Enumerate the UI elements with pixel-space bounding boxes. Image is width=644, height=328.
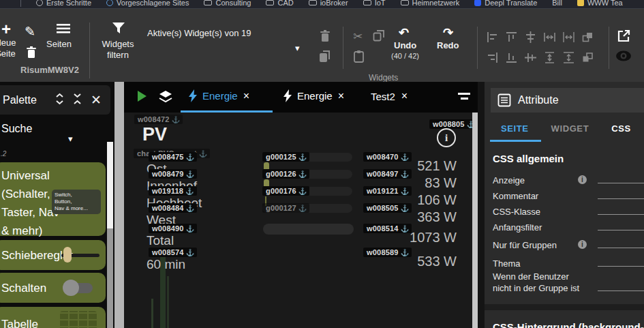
close-icon[interactable]: × [401, 90, 408, 102]
filter-widgets-button[interactable] [112, 23, 125, 33]
align-right-button[interactable] [486, 51, 505, 72]
bookmark-www-tea[interactable]: WWW Tea [577, 0, 623, 7]
bookmark-erste-schritte[interactable]: Erste Schritte [36, 0, 91, 7]
distribute-vertical-button[interactable] [543, 51, 562, 72]
field-input[interactable] [598, 183, 644, 183]
bookmark-cad[interactable]: CAD [266, 0, 293, 7]
field-input[interactable] [598, 290, 644, 291]
widget-anchor-badge[interactable]: w008475 [149, 152, 197, 162]
cut-button[interactable]: ✂ [353, 29, 363, 44]
paste-button[interactable] [353, 50, 365, 63]
tab-seite[interactable]: SEITE [501, 123, 529, 134]
bookmark-bill[interactable]: Bill [552, 0, 562, 7]
preview-eye-button[interactable] [615, 50, 632, 61]
palette-card-schieberegler[interactable]: Schieberegler [0, 240, 106, 270]
palette-scrollbar-thumb[interactable] [107, 228, 113, 328]
match-width-button[interactable] [562, 31, 581, 51]
match-height-icon [562, 51, 575, 64]
palette-card-tabelle[interactable]: Tabelle [0, 307, 106, 328]
tab-energie-active[interactable]: Energie × [189, 89, 249, 102]
pages-menu-button[interactable] [57, 24, 70, 33]
palette-card-schalten[interactable]: Schalten [0, 273, 106, 303]
widget-anchor-badge[interactable]: w019118 [149, 186, 197, 196]
delete-widget-button[interactable] [319, 29, 331, 43]
tab-test2[interactable]: Test2 × [371, 90, 408, 102]
close-icon[interactable]: × [338, 90, 344, 102]
bookmark-deepl-translate[interactable]: Deepl Translate [474, 0, 537, 7]
hamburger-icon [57, 24, 70, 33]
duplicate-button[interactable] [373, 29, 385, 42]
widget-anchor-badge[interactable]: w008574 [149, 248, 197, 257]
preview-line: Switch, [55, 192, 98, 198]
bring-to-front-icon [581, 31, 594, 44]
chevron-down-icon[interactable]: ▾ [68, 134, 73, 144]
close-icon[interactable]: × [243, 90, 249, 102]
open-in-new-button[interactable] [617, 29, 631, 43]
bookmark-consulting[interactable]: Consulting [204, 0, 251, 7]
undo-button[interactable]: ↶ [399, 25, 409, 40]
play-icon[interactable] [138, 91, 147, 102]
close-icon[interactable]: ✕ [91, 92, 102, 108]
palette-scrollbar[interactable] [107, 142, 113, 328]
tabs-menu-button[interactable] [458, 93, 470, 100]
widget-anchor-badge[interactable]: w008490 [149, 224, 197, 233]
attributes-panel: Attribute SEITE WIDGET CSS CSS allgemein… [485, 82, 644, 328]
widget-anchor-badge[interactable]: g000125 [262, 152, 309, 162]
layers-icon[interactable] [158, 89, 173, 104]
view-tab-bar: Energie × Energie × Test2 × [124, 82, 478, 113]
widget-anchor-badge[interactable]: g000127 [262, 203, 309, 213]
unfold-icon[interactable] [55, 93, 64, 108]
widget-anchor-badge[interactable]: w008805 [429, 119, 478, 129]
bookmark-vorgeschlagene-sites[interactable]: Vorgeschlagene Sites [106, 0, 189, 7]
field-input[interactable] [598, 214, 644, 215]
clone-widget-button[interactable] [318, 50, 332, 63]
preview-line: Nav & more... [55, 205, 98, 212]
align-vertical-center-button[interactable] [524, 51, 543, 72]
row-label: Total [147, 233, 174, 248]
tab-widget[interactable]: WIDGET [551, 123, 589, 134]
bookmark-iobroker[interactable]: ioBroker [309, 0, 348, 7]
widget-anchor-badge[interactable]: w008479 [149, 169, 197, 179]
widgets-dropdown-button[interactable]: ▾ [295, 43, 300, 53]
tab-energie-2[interactable]: Energie × [283, 89, 344, 102]
folder-icon [309, 0, 317, 5]
field-input[interactable] [598, 266, 644, 267]
tab-css[interactable]: CSS [611, 123, 631, 134]
palette-card-universal[interactable]: Universal (Schalter, Taster, Nav & mehr)… [0, 162, 106, 236]
bookmark-heimnetzwerk[interactable]: Heimnetzwerk [401, 0, 460, 7]
match-height-button[interactable] [562, 51, 581, 72]
panel-splitter[interactable] [114, 82, 124, 328]
send-to-back-button[interactable] [581, 51, 600, 72]
info-icon[interactable]: i [437, 128, 456, 147]
info-icon[interactable]: i [578, 175, 587, 184]
field-input[interactable] [598, 198, 644, 199]
field-input[interactable] [598, 248, 644, 248]
widget-anchor-badge[interactable]: w008484 [149, 203, 197, 213]
align-horizontal-center-button[interactable] [524, 31, 543, 51]
palette-search-label: Suche [1, 123, 32, 135]
field-anzeige: Anzeige i [493, 170, 644, 188]
align-bottom-button[interactable] [505, 51, 524, 72]
info-icon[interactable]: i [578, 240, 587, 249]
chart-bar [167, 276, 169, 328]
widget-anchor-badge[interactable]: g000176 [262, 186, 309, 196]
redo-button[interactable]: ↷ [443, 25, 453, 40]
align-vertical-center-icon [524, 51, 537, 64]
bring-to-front-button[interactable] [581, 31, 600, 51]
distribute-horizontal-button[interactable] [543, 31, 562, 51]
collapse-icon[interactable] [73, 93, 82, 108]
project-name: RisumMW8V2 [20, 65, 79, 75]
align-top-button[interactable] [505, 31, 524, 51]
canvas-scrollbar[interactable] [472, 113, 478, 328]
field-input[interactable] [598, 230, 644, 230]
delete-page-button[interactable] [25, 46, 37, 59]
widget-anchor-badge[interactable]: g000126 [262, 169, 309, 179]
widget-anchor-badge[interactable]: w008472 [134, 115, 183, 124]
bookmark-iot[interactable]: IoT [363, 0, 386, 7]
align-left-button[interactable] [486, 31, 505, 51]
toolbar-divider [609, 27, 609, 69]
add-page-button[interactable]: + [1, 23, 11, 38]
row-value: 1073 W [390, 230, 457, 245]
rename-page-button[interactable]: ✎ [25, 24, 35, 40]
field-label: Anzeige [493, 175, 525, 188]
